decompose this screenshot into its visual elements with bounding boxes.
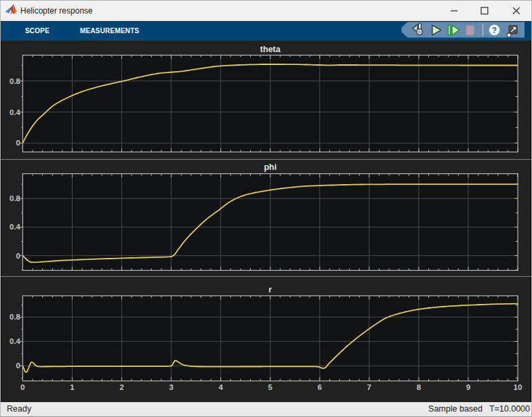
- svg-text:?: ?: [492, 26, 497, 35]
- svg-text:2: 2: [119, 383, 123, 391]
- svg-text:7: 7: [367, 383, 371, 391]
- svg-text:theta: theta: [260, 45, 281, 54]
- svg-text:0: 0: [20, 383, 24, 391]
- svg-text:3: 3: [169, 383, 173, 391]
- svg-text:0.8: 0.8: [9, 77, 21, 85]
- svg-text:4: 4: [218, 383, 223, 391]
- svg-text:0: 0: [16, 252, 20, 260]
- svg-text:9: 9: [466, 383, 470, 391]
- svg-text:0.4: 0.4: [9, 223, 21, 231]
- svg-text:0.8: 0.8: [9, 194, 21, 202]
- svg-text:5: 5: [268, 383, 273, 391]
- svg-text:0: 0: [16, 139, 20, 147]
- svg-text:0.4: 0.4: [9, 337, 21, 345]
- svg-text:6: 6: [318, 383, 322, 391]
- svg-text:8: 8: [417, 383, 422, 391]
- svg-text:r: r: [268, 285, 272, 294]
- svg-text:1: 1: [70, 383, 75, 391]
- svg-text:0.4: 0.4: [9, 108, 21, 116]
- svg-text:10: 10: [514, 383, 523, 391]
- svg-text:0.8: 0.8: [9, 313, 21, 321]
- svg-text:0: 0: [16, 361, 20, 370]
- svg-text:phi: phi: [264, 162, 277, 172]
